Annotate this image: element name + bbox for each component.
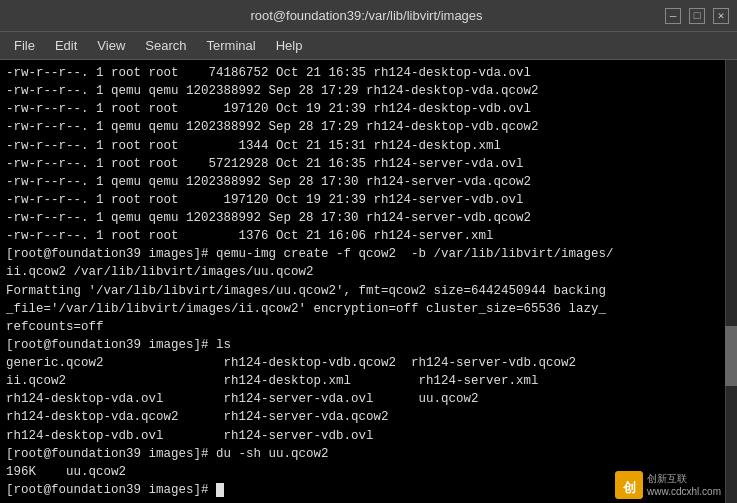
menu-help[interactable]: Help bbox=[266, 36, 313, 55]
scrollbar-thumb[interactable] bbox=[725, 326, 737, 386]
minimize-button[interactable]: — bbox=[665, 8, 681, 24]
menu-file[interactable]: File bbox=[4, 36, 45, 55]
cursor bbox=[216, 483, 224, 497]
maximize-button[interactable]: □ bbox=[689, 8, 705, 24]
menu-edit[interactable]: Edit bbox=[45, 36, 87, 55]
titlebar-controls: — □ ✕ bbox=[665, 8, 729, 24]
titlebar: root@foundation39:/var/lib/libvirt/image… bbox=[0, 0, 737, 32]
watermark-text: 创新互联 www.cdcxhl.com bbox=[647, 472, 721, 498]
terminal-wrapper: -rw-r--r--. 1 root root 74186752 Oct 21 … bbox=[0, 60, 737, 503]
terminal[interactable]: -rw-r--r--. 1 root root 74186752 Oct 21 … bbox=[0, 60, 737, 503]
watermark: 创 创新互联 www.cdcxhl.com bbox=[615, 471, 721, 499]
close-button[interactable]: ✕ bbox=[713, 8, 729, 24]
menu-search[interactable]: Search bbox=[135, 36, 196, 55]
menu-view[interactable]: View bbox=[87, 36, 135, 55]
watermark-logo: 创 bbox=[615, 471, 643, 499]
menubar: File Edit View Search Terminal Help bbox=[0, 32, 737, 60]
menu-terminal[interactable]: Terminal bbox=[197, 36, 266, 55]
svg-text:创: 创 bbox=[622, 480, 636, 495]
titlebar-title: root@foundation39:/var/lib/libvirt/image… bbox=[68, 8, 665, 23]
scrollbar[interactable] bbox=[725, 60, 737, 503]
